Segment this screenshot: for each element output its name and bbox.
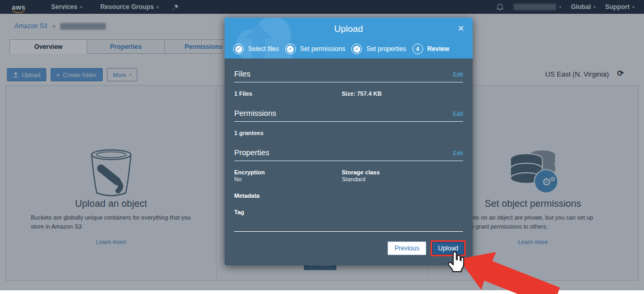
step-set-permissions[interactable]: ✓ Set permissions xyxy=(285,44,345,54)
modal-title: Upload xyxy=(225,24,473,35)
files-section-title: Files xyxy=(234,70,251,78)
wizard-steps: ✓ Select files ✓ Set permissions ✓ Set p… xyxy=(225,44,473,54)
tag-label: Tag xyxy=(234,209,463,215)
permissions-section-title: Permissions xyxy=(234,109,276,117)
permissions-edit-link[interactable]: Edit xyxy=(453,111,463,117)
divider xyxy=(234,161,463,161)
files-size: Size: 757.4 KB xyxy=(342,90,382,97)
divider xyxy=(234,121,463,122)
grantees-count: 1 grantees xyxy=(234,130,463,136)
step-complete-icon: ✓ xyxy=(285,44,296,54)
files-summary-row: 1 Files Size: 757.4 KB xyxy=(234,90,463,97)
upload-modal: Upload × ✓ Select files ✓ Set permission… xyxy=(225,18,473,265)
files-count: 1 Files xyxy=(234,90,342,97)
upload-modal-body: Files Edit 1 Files Size: 757.4 KB Permis… xyxy=(225,58,473,265)
step-set-properties[interactable]: ✓ Set properties xyxy=(351,44,406,54)
storage-class-property: Storage class Standard xyxy=(342,169,449,182)
close-icon[interactable]: × xyxy=(458,22,464,35)
encryption-property: Encryption No xyxy=(234,169,342,182)
files-edit-link[interactable]: Edit xyxy=(453,71,463,78)
properties-section-title: Properties xyxy=(234,148,269,157)
properties-grid: Encryption No Storage class Standard xyxy=(234,169,463,182)
step-complete-icon: ✓ xyxy=(233,44,244,54)
files-section-header: Files Edit xyxy=(234,70,463,78)
step-select-files[interactable]: ✓ Select files xyxy=(233,44,279,54)
hand-cursor-icon xyxy=(446,251,465,273)
properties-section-header: Properties Edit xyxy=(234,148,463,157)
step-current-icon: 4 xyxy=(412,44,423,54)
metadata-label: Metadata xyxy=(234,192,463,199)
previous-button[interactable]: Previous xyxy=(387,241,426,255)
aws-s3-console: aws Services ▾ Resource Groups ▾ ▾ xyxy=(0,0,644,294)
permissions-section-header: Permissions Edit xyxy=(234,109,463,117)
red-annotation-arrow xyxy=(447,242,575,294)
step-review[interactable]: 4 Review xyxy=(412,44,449,54)
divider xyxy=(234,82,463,82)
properties-edit-link[interactable]: Edit xyxy=(453,150,463,156)
footer-divider xyxy=(234,231,463,232)
upload-modal-header: Upload × ✓ Select files ✓ Set permission… xyxy=(225,18,473,58)
step-complete-icon: ✓ xyxy=(351,44,362,54)
